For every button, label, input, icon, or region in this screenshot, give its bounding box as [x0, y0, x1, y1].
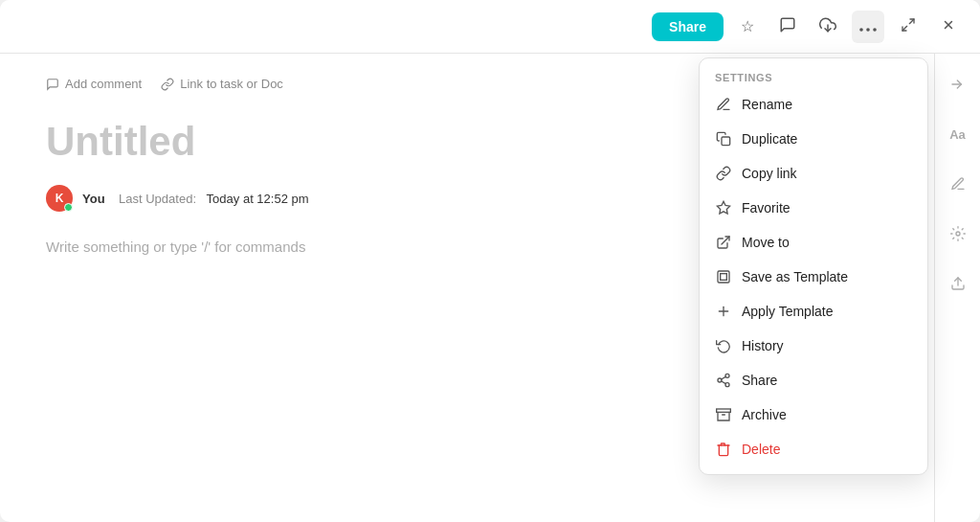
svg-line-28 [722, 381, 726, 384]
export-icon [819, 16, 836, 37]
menu-item-rename-label: Rename [742, 97, 792, 112]
menu-item-rename[interactable]: Rename [700, 87, 927, 122]
menu-item-move-to-label: Move to [742, 235, 790, 250]
expand-button[interactable] [892, 11, 924, 43]
history-icon [715, 337, 732, 354]
settings-dropdown: SETTINGS Rename Duplicate [699, 57, 928, 475]
close-icon [942, 18, 955, 35]
more-icon [859, 18, 877, 35]
favorite-icon [715, 199, 732, 216]
link-to-task-button[interactable]: Link to task or Doc [161, 77, 283, 91]
svg-rect-30 [717, 409, 731, 412]
delete-icon [715, 441, 732, 458]
add-comment-label: Add comment [65, 77, 142, 91]
menu-item-duplicate[interactable]: Duplicate [700, 122, 927, 156]
link-to-task-label: Link to task or Doc [180, 77, 283, 91]
header: Share ☆ [0, 0, 980, 54]
comment-icon [779, 16, 796, 37]
svg-line-4 [909, 19, 914, 24]
menu-item-delete-label: Delete [742, 442, 780, 457]
menu-item-move-to[interactable]: Move to [700, 225, 927, 260]
svg-point-3 [873, 28, 877, 32]
add-comment-button[interactable]: Add comment [46, 77, 142, 91]
menu-item-archive[interactable]: Archive [700, 397, 927, 432]
star-icon: ☆ [741, 17, 754, 35]
draw-icon[interactable] [943, 169, 973, 199]
svg-rect-19 [722, 137, 730, 146]
layout-icon[interactable] [943, 69, 973, 100]
menu-item-favorite[interactable]: Favorite [700, 191, 927, 225]
rename-icon [715, 96, 732, 113]
menu-item-delete[interactable]: Delete [700, 432, 927, 466]
menu-item-archive-label: Archive [742, 407, 787, 422]
last-updated-value: Today at 12:52 pm [207, 192, 309, 206]
move-to-icon [715, 234, 732, 251]
menu-item-save-template[interactable]: Save as Template [700, 260, 927, 294]
doc-meta-text: You Last Updated: Today at 12:52 pm [82, 192, 309, 206]
share-button[interactable]: Share [652, 12, 724, 41]
svg-line-16 [952, 238, 953, 238]
font-size-icon[interactable]: Aa [943, 119, 973, 149]
more-options-button[interactable] [852, 11, 884, 43]
author-name: You [82, 192, 105, 206]
avatar: K [46, 185, 73, 212]
apply-template-icon [715, 303, 732, 320]
menu-item-apply-template-label: Apply Template [742, 304, 833, 319]
comments-icon-button[interactable] [771, 11, 804, 43]
svg-line-13 [962, 238, 963, 238]
copy-link-icon [715, 165, 732, 182]
menu-item-favorite-label: Favorite [742, 200, 791, 216]
star-icon-button[interactable]: ☆ [731, 11, 764, 43]
svg-rect-22 [721, 274, 727, 281]
expand-icon [901, 17, 916, 36]
svg-line-17 [962, 229, 963, 230]
svg-line-5 [902, 26, 907, 31]
online-indicator [64, 203, 73, 212]
menu-item-history[interactable]: History [700, 329, 927, 363]
menu-section-label: SETTINGS [700, 66, 927, 87]
menu-item-copy-link-label: Copy link [742, 166, 797, 181]
archive-icon [715, 406, 732, 423]
share-menu-icon [715, 372, 732, 389]
menu-item-share-label: Share [742, 373, 777, 388]
svg-marker-20 [717, 201, 729, 214]
close-button[interactable] [932, 11, 965, 43]
svg-point-9 [956, 232, 960, 236]
upload-icon[interactable] [943, 268, 973, 299]
save-template-icon [715, 268, 732, 285]
right-sidebar: Aa [934, 54, 980, 522]
svg-point-1 [859, 28, 863, 32]
menu-item-apply-template[interactable]: Apply Template [700, 294, 927, 329]
menu-item-history-label: History [742, 338, 784, 353]
duplicate-icon [715, 130, 732, 148]
last-updated-label: Last Updated: [119, 192, 196, 206]
svg-line-29 [722, 376, 726, 379]
svg-rect-21 [718, 271, 729, 283]
menu-item-copy-link[interactable]: Copy link [700, 156, 927, 191]
svg-line-12 [952, 229, 953, 230]
svg-point-2 [866, 28, 870, 32]
main-window: Share ☆ [0, 0, 980, 522]
menu-item-save-template-label: Save as Template [742, 269, 848, 284]
magic-icon[interactable] [943, 218, 973, 249]
menu-item-share[interactable]: Share [700, 363, 927, 397]
export-icon-button[interactable] [812, 11, 844, 43]
menu-item-duplicate-label: Duplicate [742, 131, 797, 147]
